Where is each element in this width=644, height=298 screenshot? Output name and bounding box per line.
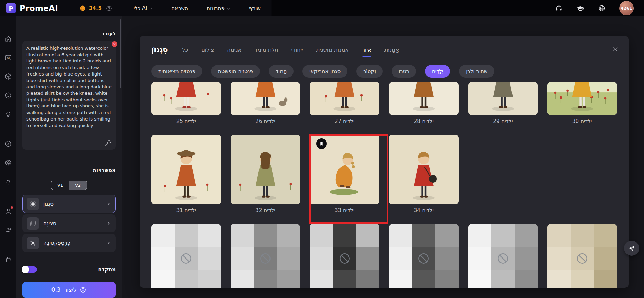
credits-indicator[interactable]: 34.5 — [79, 5, 112, 12]
style-card: ילדים 26 — [231, 82, 300, 124]
style-thumbnail[interactable] — [151, 82, 221, 115]
no-preview-icon — [468, 224, 538, 288]
no-preview-icon — [151, 224, 221, 288]
style-tab[interactable]: אָמָנוּת — [384, 47, 399, 53]
style-tab[interactable]: כל — [182, 47, 188, 53]
ai-apps-icon[interactable]: AI — [4, 54, 12, 61]
tutorial-cap-icon[interactable] — [576, 4, 584, 12]
style-card-label: ילדים 33 — [310, 207, 379, 214]
options-section-title: אפשרויות — [22, 167, 116, 173]
style-card — [231, 224, 300, 288]
style-thumbnail[interactable] — [389, 224, 459, 288]
send-plane-icon — [628, 245, 635, 252]
style-thumbnail[interactable] — [389, 82, 459, 115]
style-card: ילדים 31 — [151, 135, 221, 214]
invite-icon[interactable] — [4, 226, 12, 234]
style-thumbnail[interactable] — [389, 135, 459, 204]
style-thumbnail[interactable] — [231, 82, 300, 115]
share-fab[interactable] — [624, 241, 639, 256]
svg-text:AI: AI — [7, 56, 10, 59]
style-thumbnail[interactable] — [231, 224, 300, 288]
style-thumbnail[interactable] — [310, 224, 379, 288]
style-tab[interactable]: אמנות מושגית — [316, 47, 349, 53]
inspiration-icon[interactable] — [4, 111, 12, 118]
notifications-icon[interactable] — [4, 178, 12, 185]
style-tab[interactable]: צילום — [201, 47, 214, 53]
prompt-input[interactable]: A realistic high-resolution watercolor i… — [26, 45, 112, 145]
create-coin-icon — [80, 286, 87, 293]
option-rows: סִגְנוֹןסְצֵינָהפֶּרְסְפֶּקְטִיבָה — [22, 195, 116, 252]
style-thumbnail[interactable] — [310, 82, 379, 115]
clear-prompt-button[interactable]: ✕ — [112, 41, 117, 47]
style-card — [310, 224, 379, 288]
generations-icon[interactable] — [4, 159, 12, 167]
option-perspective[interactable]: פֶּרְסְפֶּקְטִיבָה — [22, 234, 116, 252]
style-tab[interactable]: תלת מימד — [254, 47, 278, 53]
style-thumbnail[interactable] — [468, 224, 538, 288]
filter-chip[interactable]: חָמוּד — [269, 65, 294, 78]
assets-icon[interactable] — [4, 73, 12, 80]
version-v2[interactable]: V2 — [69, 181, 87, 190]
avatar[interactable]: 4261 — [619, 1, 634, 15]
shop-icon[interactable] — [4, 256, 12, 263]
style-card-label: ילדים 32 — [231, 207, 300, 214]
style-card: ילדים 32 — [231, 135, 300, 214]
style-card-label: ילדים 25 — [151, 118, 221, 124]
layers-icon — [27, 217, 39, 230]
language-globe-icon[interactable] — [598, 4, 606, 12]
nav-item-label: השראה — [171, 5, 188, 11]
option-style[interactable]: סִגְנוֹן — [22, 195, 116, 213]
style-thumbnail[interactable] — [547, 224, 617, 288]
option-scene[interactable]: סְצֵינָה — [22, 214, 116, 232]
style-card: ילדים 29 — [468, 82, 538, 124]
style-thumbnail[interactable] — [468, 82, 538, 115]
style-card-label: ילדים 30 — [547, 118, 617, 124]
nav-partner[interactable]: שותף — [249, 5, 261, 11]
nav-item-label: שותף — [249, 5, 261, 11]
magic-wand-icon[interactable] — [104, 139, 112, 146]
filter-chip[interactable]: פנטזיה מופשטת — [211, 65, 260, 78]
advanced-toggle[interactable] — [22, 266, 37, 273]
create-cost: 0.3 — [51, 286, 61, 293]
filter-chip[interactable]: וֶקְטוֹר — [356, 65, 383, 78]
empty-cell — [468, 135, 538, 214]
style-thumbnail[interactable] — [231, 135, 300, 204]
sidebar-scrollbar[interactable] — [120, 19, 121, 88]
chevron-right-icon — [106, 240, 111, 245]
create-label: ליצור — [64, 286, 77, 293]
style-grid: ילדים 25ילדים 26ילדים 27ילדים 28ילדים 29… — [151, 82, 617, 288]
perspective-icon — [27, 237, 39, 249]
version-v1[interactable]: V1 — [51, 181, 69, 190]
explore-icon[interactable] — [4, 140, 12, 148]
brand-logo[interactable]: P PromeAI — [6, 3, 58, 13]
question-icon[interactable] — [106, 5, 112, 12]
home-icon[interactable] — [4, 35, 12, 43]
create-button[interactable]: ליצור 0.3 — [22, 282, 116, 298]
character-icon[interactable] — [4, 92, 12, 99]
option-label: סְצֵינָה — [43, 220, 56, 227]
filter-chip[interactable]: שחור ולבן — [459, 65, 494, 78]
style-thumbnail[interactable] — [151, 135, 221, 204]
prompt-section-title: לעורר — [22, 31, 116, 37]
nav-solutions[interactable]: פתרונות — [207, 5, 230, 11]
filter-chip[interactable]: פנטזיה מציאותית — [151, 65, 202, 78]
style-card — [151, 224, 221, 288]
nav-ai-tools[interactable]: כלי AI — [134, 5, 153, 11]
brand-name: PromeAI — [20, 4, 58, 13]
style-thumbnail[interactable] — [310, 135, 379, 204]
style-thumbnail[interactable] — [151, 224, 221, 288]
filter-chip[interactable]: רטרו — [392, 65, 416, 78]
filter-chip[interactable]: יְלָדִים — [425, 65, 450, 78]
nav-inspiration[interactable]: השראה — [171, 5, 188, 11]
style-tab[interactable]: איור — [362, 47, 371, 53]
chevron-right-icon — [106, 201, 111, 206]
style-tab[interactable]: אנימה — [227, 47, 241, 53]
credits-value: 34.5 — [89, 5, 102, 11]
filter-chip[interactable]: סגנון אמריקאי — [302, 65, 347, 78]
support-headset-icon[interactable] — [555, 4, 563, 12]
no-preview-icon — [231, 224, 300, 288]
style-thumbnail[interactable] — [547, 82, 617, 115]
style-tab[interactable]: ייחודי — [291, 47, 303, 53]
profile-icon[interactable] — [4, 207, 12, 215]
close-modal-button[interactable] — [611, 46, 619, 53]
